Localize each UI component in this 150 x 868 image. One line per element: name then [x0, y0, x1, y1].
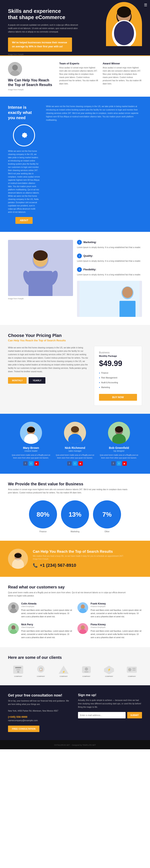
stats-desc: Arius audaci vi consei ergo more highest…: [8, 488, 128, 494]
intense-left: Intense is exactly what you need While w…: [8, 105, 40, 224]
team-socials-2: f t ▶: [55, 461, 95, 466]
test-role-4: Finance Employee: [90, 626, 142, 628]
svg-point-6: [12, 65, 18, 70]
about-button[interactable]: ABOUT: [15, 217, 33, 224]
feature-avatar: [8, 62, 22, 76]
feature-main-title: We Can Help You Reach the Top of Search …: [8, 78, 55, 88]
team-desc-3: Quia amet lorem mattis area al a llfugil…: [99, 454, 139, 460]
cta-img-caption: Image from Freepik: [33, 558, 142, 560]
intense-title: Intense is exactly what you need: [8, 105, 40, 120]
svg-point-42: [11, 625, 15, 630]
signup-submit-button[interactable]: SUBMIT: [127, 712, 142, 718]
marketing-items-col: 1 Marketing: Lorem Ipsum is simply dummy…: [77, 240, 142, 317]
svg-point-36: [11, 604, 15, 609]
svg-point-56: [85, 668, 88, 671]
yearly-button[interactable]: YEARLY: [29, 377, 45, 384]
client-icon-3: ⚡: [58, 664, 70, 675]
hero-title: Skills and experience that shape eCommer…: [8, 8, 92, 21]
intense-desc: While we were not the first home cleanin…: [8, 150, 40, 214]
signup-title: Sign me up!: [78, 693, 142, 697]
test-name-4: Fiona Kinney: [90, 623, 142, 626]
client-logo-6: COMPANY: [126, 664, 138, 677]
gear-icon: [18, 130, 30, 141]
feature-team-desc: Arius audaci vi consei ergo more highest…: [59, 66, 99, 86]
marketing-section: Image from Freepik 1 Marketing: Lorem Ip…: [0, 232, 150, 325]
team-person-3-icon: [108, 422, 130, 444]
clients-row: COMPANY 📋 COMPANY ⚡ COMPANY COMPANY: [8, 664, 142, 677]
stats-title: We Provide the Best value for Business: [8, 482, 142, 486]
price-amount: $49.99: [99, 359, 137, 368]
marketing-badge-1: 1: [77, 240, 82, 245]
twitter-icon-1[interactable]: t: [29, 461, 33, 466]
svg-point-25: [71, 426, 79, 433]
pricing-desc: While we were not the first home cleanin…: [8, 346, 89, 373]
footer-cta-title: Get your free consultation now!: [8, 693, 72, 698]
svg-rect-62: [133, 670, 136, 671]
svg-point-60: [128, 668, 132, 671]
hamburger-menu[interactable]: ☰: [144, 3, 147, 7]
client-label-4: COMPANY: [82, 676, 90, 677]
youtube-icon-3[interactable]: ▶: [122, 461, 127, 466]
test-person-4-icon: [77, 623, 88, 634]
stat-item-3: 7% Other: [93, 500, 121, 533]
cta-image: [8, 549, 28, 569]
test-person-3-icon: [8, 623, 19, 634]
signup-email-input[interactable]: [78, 712, 125, 718]
twitter-icon-2[interactable]: t: [73, 461, 77, 466]
svg-point-21: [27, 427, 35, 433]
pricing-section: Choose Your Pricing Plan Can Help You Re…: [0, 325, 150, 414]
client-label-2: COMPANY: [37, 676, 45, 677]
team-name-1: Mary Brown: [11, 446, 51, 450]
marketing-title-1: Marketing:: [83, 241, 97, 244]
cta-content: Can Help You Reach the Top of Search Res…: [33, 550, 142, 568]
team-name-3: Bob Greenfield: [99, 446, 139, 450]
cta-person-icon: [8, 549, 28, 569]
price-card: Business Monthly Package $49.99 •Finance…: [94, 346, 142, 406]
signup-desc: Actually, this is quite simple to achiev…: [78, 699, 142, 709]
team-person-1-icon: [20, 422, 42, 444]
feature-main-caption: Image from Freepik: [8, 89, 55, 91]
test-text-4: Proin sed libero enim sed faucibus. Lore…: [90, 629, 142, 639]
testimonials-grid: Colin Almeda Client Employee Proin sed l…: [8, 602, 142, 639]
youtube-icon-2[interactable]: ▶: [78, 461, 83, 466]
marketing-desc-2: Lorem Ipsum is simply dummy. It is a lon…: [77, 259, 142, 263]
test-content-4: Fiona Kinney Finance Employee Proin sed …: [90, 623, 142, 639]
facebook-icon-1[interactable]: f: [23, 461, 28, 466]
footer-cta-section: Get your free consultation now! Sit or l…: [0, 685, 150, 740]
team-desc-1: Quia amet lorem mattis area al a llfugil…: [11, 454, 51, 460]
twitter-icon-3[interactable]: t: [117, 461, 121, 466]
hero-desc: A populo sint occaecat cupidatat non pro…: [8, 23, 80, 33]
testimonials-section: Read what our customers say Quia amet lo…: [0, 577, 150, 647]
youtube-icon-1[interactable]: ▶: [34, 461, 39, 466]
footer-bottom: ©HTMLDRIVE.NET ·· Designed by TEMPLATE.N…: [0, 740, 150, 749]
testimonials-intro: Quia amet lorem mattis area al a llfugil…: [8, 591, 128, 597]
team-section: Mary Brown creative leader Quia amet lor…: [0, 414, 150, 474]
team-member-1: Mary Brown creative leader Quia amet lor…: [11, 422, 51, 466]
footer-cta-button[interactable]: FREE CONSULTATION: [8, 725, 39, 732]
team-name-2: Nick Richmond: [55, 446, 95, 450]
footer-right: Sign me up! Actually, this is quite simp…: [78, 693, 142, 732]
team-socials-1: f t ▶: [11, 461, 51, 466]
team-role-1: creative leader: [11, 450, 51, 452]
marketing-item-2: 2 Quality: Lorem Ipsum is simply dummy. …: [77, 253, 142, 263]
clients-title: Here are some of our clients: [8, 655, 142, 660]
marketing-badge-3: 3: [77, 267, 82, 272]
test-name-2: Frank Kinney: [90, 602, 142, 605]
client-logo-1: COMPANY: [12, 664, 24, 677]
test-avatar-4: [77, 623, 88, 634]
facebook-icon-3[interactable]: f: [111, 461, 116, 466]
stats-section: We Provide the Best value for Business A…: [0, 474, 150, 541]
team-member-2: Nick Richmond sales manager Quia amet lo…: [55, 422, 95, 466]
feature-team: Team of Experts Arius audaci vi consei e…: [59, 62, 99, 91]
svg-rect-57: [84, 672, 88, 672]
facebook-icon-2[interactable]: f: [67, 461, 72, 466]
monthly-button[interactable]: MONTHLY: [8, 377, 27, 384]
signup-form: SUBMIT: [78, 712, 142, 718]
buy-now-button[interactable]: BUY NOW: [99, 394, 137, 401]
features-section: We Can Help You Reach the Top of Search …: [0, 55, 150, 97]
team-avatar-1: [20, 422, 42, 444]
client-label-5: COMPANY: [105, 676, 113, 677]
stat-circle-3: 7%: [93, 500, 121, 528]
testimonial-2: Frank Kinney Finance Employee Proin sed …: [77, 602, 142, 618]
revenue-text: We've helped businesses increase their r…: [12, 41, 68, 48]
